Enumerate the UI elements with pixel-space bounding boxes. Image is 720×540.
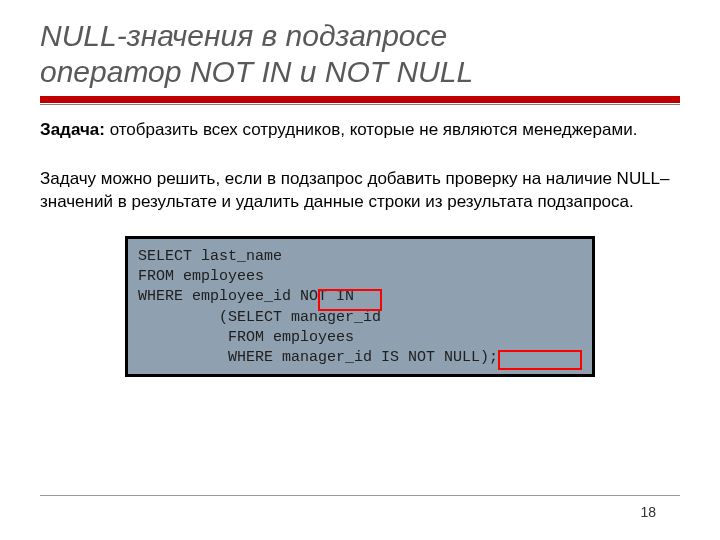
page-number: 18 <box>640 504 656 520</box>
highlight-not-in <box>318 289 382 311</box>
explanation-paragraph: Задачу можно решить, если в подзапрос до… <box>40 168 680 214</box>
title-red-divider <box>40 96 680 103</box>
footer-divider <box>40 495 680 496</box>
highlight-not-null <box>498 350 582 370</box>
title-line-2: оператор NOT IN и NOT NULL <box>40 55 473 88</box>
code-line-6: WHERE manager_id IS NOT NULL); <box>138 349 498 366</box>
code-line-4: (SELECT manager_id <box>138 309 381 326</box>
code-line-2: FROM employees <box>138 268 264 285</box>
code-line-1: SELECT last_name <box>138 248 282 265</box>
slide-title: NULL-значения в подзапросе оператор NOT … <box>40 18 680 90</box>
sql-code-box: SELECT last_name FROM employees WHERE em… <box>125 236 595 378</box>
title-thin-divider <box>40 104 680 105</box>
task-paragraph: Задача: отобразить всех сотрудников, кот… <box>40 119 680 142</box>
title-line-1: NULL-значения в подзапросе <box>40 19 447 52</box>
task-label: Задача: <box>40 120 105 139</box>
task-text: отобразить всех сотрудников, которые не … <box>105 120 637 139</box>
code-line-5: FROM employees <box>138 329 354 346</box>
